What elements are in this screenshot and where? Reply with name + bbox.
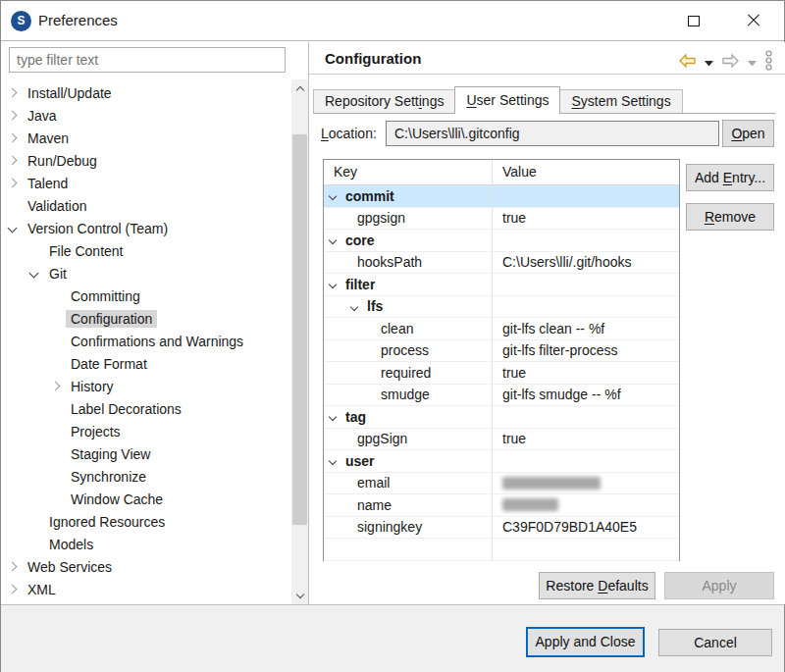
key-cell: smudge [324, 385, 493, 406]
table-row[interactable]: processgit-lfs filter-process [324, 340, 679, 363]
tree-item[interactable]: Install/Update [1, 81, 291, 104]
key-cell: name [324, 494, 493, 516]
column-header-key[interactable]: Key [324, 160, 493, 184]
table-row[interactable]: hooksPathC:\Users\lli/.git/hooks [324, 252, 679, 275]
back-history-dropdown-icon[interactable] [705, 54, 713, 70]
tree-item[interactable]: Window Cache [1, 488, 291, 510]
table-empty-row[interactable] [324, 539, 679, 561]
table-row[interactable]: gpgsigntrue [324, 208, 679, 231]
tree-item[interactable]: Staging View [1, 442, 291, 465]
key-text: clean [324, 321, 413, 336]
close-button[interactable] [734, 6, 773, 35]
chevron-down-icon[interactable] [29, 269, 39, 279]
tree-item[interactable]: Talend [1, 172, 291, 194]
tree-item[interactable]: Projects [1, 420, 291, 442]
chevron-right-icon[interactable] [8, 156, 18, 166]
table-group-row[interactable]: lfs [324, 296, 679, 319]
tab-system-settings[interactable]: System Settings [559, 89, 682, 113]
chevron-right-icon[interactable] [8, 111, 18, 121]
table-group-row[interactable]: core [324, 230, 679, 252]
tree-item[interactable]: Configuration [1, 307, 291, 330]
value-cell: true [493, 362, 679, 384]
table-group-row[interactable]: commit [324, 185, 679, 208]
table-group-row[interactable]: user [324, 450, 679, 473]
tree-item-label: Committing [66, 287, 145, 305]
config-table-body: commitgpgsigntruecorehooksPathC:\Users\l… [324, 185, 679, 561]
redacted-value [502, 498, 558, 511]
location-field[interactable]: C:\Users\lli\.gitconfig [386, 121, 719, 146]
tree-item[interactable]: Committing [1, 284, 291, 307]
tree-item[interactable]: Date Format [1, 352, 291, 375]
tree-item-label: History [66, 378, 119, 395]
key-cell [324, 539, 493, 560]
view-menu-icon[interactable] [764, 50, 773, 74]
back-arrow-icon[interactable] [678, 53, 697, 72]
apply-button[interactable]: Apply [664, 572, 774, 599]
add-entry-button[interactable]: Add Entry... [686, 164, 774, 191]
maximize-button[interactable] [674, 6, 713, 35]
tree-item-label: Maven [23, 129, 74, 147]
chevron-right-icon[interactable] [8, 133, 18, 143]
tree-item[interactable]: Version Control (Team) [1, 217, 291, 239]
tree-item-label: Git [44, 265, 72, 283]
filter-input[interactable] [9, 47, 286, 73]
tree-item[interactable]: XML [1, 578, 291, 600]
tree-item-label: Java [23, 107, 62, 125]
key-cell: gpgsign [324, 208, 493, 230]
open-button[interactable]: Open [722, 120, 774, 147]
tree-item[interactable]: Confirmations and Warnings [1, 330, 291, 352]
value-cell [493, 473, 679, 494]
apply-and-close-button[interactable]: Apply and Close [526, 627, 645, 657]
column-header-value[interactable]: Value [493, 160, 679, 184]
table-row[interactable]: requiredtrue [324, 362, 679, 385]
key-cell: signingkey [324, 517, 493, 539]
scroll-down-icon[interactable] [291, 588, 308, 604]
tree-item[interactable]: Maven [1, 127, 291, 149]
key-text: gpgsign [324, 210, 405, 226]
chevron-right-icon[interactable] [8, 179, 18, 188]
chevron-right-icon[interactable] [51, 382, 61, 391]
value-cell [493, 185, 679, 207]
tab-repository-settings[interactable]: Repository Settings [313, 89, 455, 113]
tree-item[interactable]: File Content [1, 239, 291, 262]
scrollbar-thumb[interactable] [292, 134, 307, 525]
chevron-down-icon[interactable] [8, 224, 18, 233]
tree-item[interactable]: Java [1, 104, 291, 127]
tree-item[interactable]: Label Decorations [1, 397, 291, 420]
tree-item-label: Synchronize [66, 468, 151, 486]
sidebar-scrollbar[interactable] [291, 79, 308, 604]
title-bar: S Preferences [1, 1, 784, 41]
tree-item[interactable]: Validation [1, 194, 291, 217]
tree-item[interactable]: Synchronize [1, 465, 291, 488]
scroll-up-icon[interactable] [291, 79, 308, 96]
restore-defaults-button[interactable]: Restore Defaults [539, 572, 655, 599]
table-row[interactable]: smudgegit-lfs smudge -- %f [324, 385, 679, 407]
table-group-row[interactable]: tag [324, 406, 679, 429]
table-row[interactable]: name [324, 494, 679, 517]
table-row[interactable]: signingkeyC39F0D79BD1A40E5 [324, 517, 679, 540]
chevron-right-icon[interactable] [8, 88, 18, 98]
tree-item[interactable]: Git [1, 262, 291, 284]
table-row[interactable]: gpgSigntrue [324, 429, 679, 451]
page-title: Configuration [325, 42, 421, 75]
cancel-button[interactable]: Cancel [658, 629, 772, 656]
forward-arrow-icon[interactable] [721, 53, 740, 72]
remove-button[interactable]: Remove [686, 203, 774, 231]
tree-item-label: Projects [66, 423, 126, 440]
key-cell: required [324, 362, 493, 384]
chevron-right-icon[interactable] [8, 562, 18, 572]
tree-item[interactable]: History [1, 375, 291, 397]
value-cell: C:\Users\lli/.git/hooks [493, 252, 679, 274]
tree-item[interactable]: Ignored Resources [1, 510, 291, 533]
table-group-row[interactable]: filter [324, 274, 679, 296]
tree-item[interactable]: Models [1, 533, 291, 555]
tree-item-label: Install/Update [23, 84, 117, 102]
forward-history-dropdown-icon[interactable] [748, 54, 757, 70]
table-row[interactable]: cleangit-lfs clean -- %f [324, 318, 679, 340]
tab-user-settings[interactable]: User Settings [454, 86, 560, 114]
tree-item[interactable]: Run/Debug [1, 149, 291, 172]
table-row[interactable]: email [324, 473, 679, 495]
chevron-right-icon[interactable] [8, 585, 18, 594]
value-cell [493, 494, 679, 516]
tree-item[interactable]: Web Services [1, 555, 291, 578]
